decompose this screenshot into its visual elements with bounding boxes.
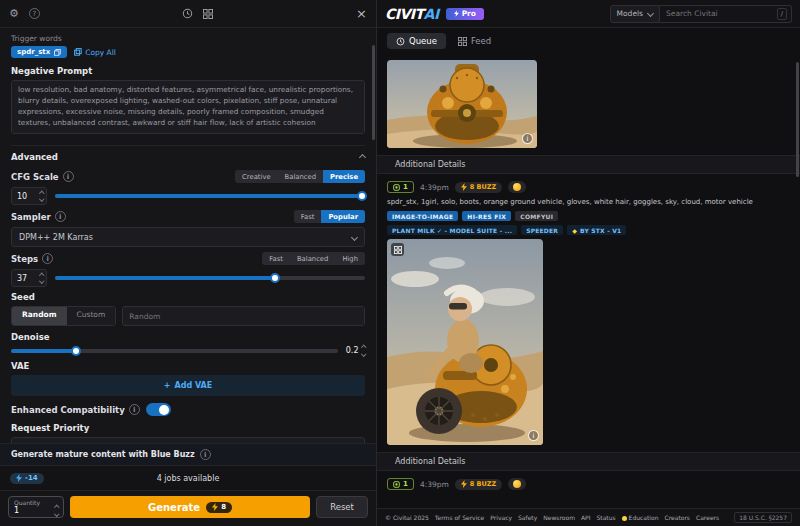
workflow-tag[interactable]: COMFYUI (515, 211, 558, 221)
workflow-tag[interactable]: HI-RES FIX (462, 211, 511, 221)
sampler-preset-popular[interactable]: Popular (321, 210, 365, 223)
tab-feed[interactable]: Feed (458, 36, 491, 46)
cfg-scale-slider[interactable] (55, 194, 365, 198)
left-panel-scrollbar[interactable] (372, 45, 375, 140)
footer-link-api[interactable]: API (581, 514, 591, 521)
lightbulb-icon (622, 516, 627, 521)
close-icon[interactable]: × (356, 7, 367, 20)
slider-thumb[interactable] (71, 346, 81, 356)
resource-chip[interactable]: ◆ BY STX - V1 (567, 225, 626, 235)
bolt-icon (454, 10, 459, 17)
stepper-down-icon[interactable] (361, 351, 366, 356)
stepper-up-icon[interactable] (54, 505, 59, 510)
reaction-button[interactable] (508, 181, 526, 193)
denoise-value[interactable]: 0.2 (346, 346, 365, 355)
add-vae-button[interactable]: + Add VAE (11, 375, 365, 396)
laughing-emoji-icon (513, 183, 521, 191)
steps-preset-balanced[interactable]: Balanced (290, 252, 335, 265)
slider-thumb[interactable] (357, 191, 367, 201)
additional-details-accordion[interactable]: Additional Details (377, 155, 800, 174)
reaction-button[interactable] (508, 478, 526, 490)
reset-button[interactable]: Reset (316, 496, 368, 518)
footer-link-creators[interactable]: Creators (664, 514, 690, 521)
generated-image[interactable]: i (387, 239, 543, 445)
civitai-logo[interactable]: CIVITAI (385, 6, 439, 22)
stepper-down-icon[interactable] (39, 278, 44, 283)
quantity-stepper[interactable]: Quantity 1 (8, 496, 64, 518)
steps-presets: Fast Balanced High (262, 252, 365, 265)
site-footer: © Civitai 2025 Terms of Service Privacy … (377, 508, 800, 526)
remix-icon[interactable] (391, 243, 404, 256)
sampler-preset-fast[interactable]: Fast (294, 210, 322, 223)
sampler-select[interactable]: DPM++ 2M Karras (11, 227, 365, 247)
image-info-icon[interactable]: i (528, 430, 539, 441)
seed-mode-custom[interactable]: Custom (67, 307, 116, 325)
info-icon: i (55, 211, 66, 222)
additional-details-accordion[interactable]: Additional Details (377, 452, 800, 471)
buzz-bolt-icon (461, 183, 467, 191)
image-info-icon[interactable]: i (522, 133, 533, 144)
footer-link-status[interactable]: Status (596, 514, 615, 521)
denoise-label: Denoise (11, 332, 365, 342)
seed-mode-random[interactable]: Random (12, 307, 67, 325)
enhanced-compatibility-toggle[interactable] (146, 403, 171, 416)
buzz-cost-badge[interactable]: 8 BUZZ (455, 182, 502, 193)
workflow-tag[interactable]: IMAGE-TO-IMAGE (387, 211, 458, 221)
pro-badge[interactable]: Pro (446, 8, 484, 20)
chevron-down-icon (351, 233, 358, 240)
history-clock-icon[interactable] (182, 8, 193, 19)
footer-link-newsroom[interactable]: Newsroom (543, 514, 575, 521)
trigger-word-chip[interactable]: spdr_stx (11, 46, 67, 58)
negative-prompt-input[interactable]: low resolution, bad anatomy, distorted f… (11, 80, 365, 134)
slider-thumb[interactable] (270, 273, 280, 283)
copy-icon (74, 48, 82, 56)
footer-link-terms[interactable]: Terms of Service (435, 514, 484, 521)
generation-time: 4:39pm (420, 183, 449, 192)
cfg-preset-balanced[interactable]: Balanced (278, 170, 323, 183)
footer-link-safety[interactable]: Safety (518, 514, 537, 521)
generated-image[interactable]: i (387, 60, 537, 148)
cfg-scale-number-input[interactable]: 10 (11, 187, 47, 205)
footer-link-privacy[interactable]: Privacy (490, 514, 512, 521)
info-icon: i (129, 404, 140, 415)
trigger-words-label: Trigger words (11, 34, 365, 43)
denoise-slider[interactable] (11, 349, 338, 353)
resource-chip[interactable]: SPEEDER (521, 225, 563, 235)
feed-scrollbar[interactable] (796, 62, 799, 177)
settings-gear-icon[interactable]: ⚙ (9, 8, 19, 19)
blue-buzz-balance-badge[interactable]: -14 (10, 473, 44, 484)
advanced-accordion-header[interactable]: Advanced (11, 145, 365, 166)
footer-link-education[interactable]: Education (622, 514, 659, 521)
steps-preset-high[interactable]: High (335, 252, 365, 265)
resources-row: PLANT MILK ✓ - MODEL SUITE - ... SPEEDER… (387, 225, 790, 235)
resource-chip[interactable]: PLANT MILK ✓ - MODEL SUITE - ... (387, 225, 517, 235)
vae-label: VAE (11, 361, 365, 371)
legal-code-link[interactable]: 18 U.S.C. §2257 (734, 512, 792, 523)
seed-label: Seed (11, 292, 365, 302)
footer-link-careers[interactable]: Careers (696, 514, 719, 521)
steps-preset-fast[interactable]: Fast (262, 252, 290, 265)
cfg-preset-precise[interactable]: Precise (323, 170, 365, 183)
copy-all-button[interactable]: Copy All (74, 48, 116, 57)
stepper-down-icon[interactable] (39, 196, 44, 201)
copyright-text: © Civitai 2025 (385, 514, 429, 521)
info-icon: i (63, 171, 74, 182)
seed-input[interactable] (122, 306, 365, 326)
cfg-preset-creative[interactable]: Creative (235, 170, 278, 183)
models-dropdown[interactable]: Models (610, 5, 660, 23)
grid-icon[interactable] (203, 9, 213, 19)
search-input[interactable] (666, 9, 773, 18)
info-icon[interactable]: i (200, 449, 211, 460)
buzz-cost-badge[interactable]: 8 BUZZ (455, 479, 502, 490)
tab-queue[interactable]: Queue (387, 33, 446, 49)
site-header: CIVITAI Pro Models / (377, 0, 800, 28)
steps-slider[interactable] (55, 276, 365, 280)
batch-count-badge[interactable]: 1 (387, 478, 414, 490)
batch-count-badge[interactable]: 1 (387, 181, 414, 193)
generate-button[interactable]: Generate 8 (70, 496, 310, 518)
generation-form: Trigger words spdr_stx Copy All Negative… (0, 28, 376, 443)
stepper-up-icon[interactable] (361, 345, 366, 350)
steps-number-input[interactable]: 37 (11, 269, 47, 287)
stepper-down-icon[interactable] (54, 511, 59, 516)
help-icon[interactable]: ? (29, 8, 40, 19)
